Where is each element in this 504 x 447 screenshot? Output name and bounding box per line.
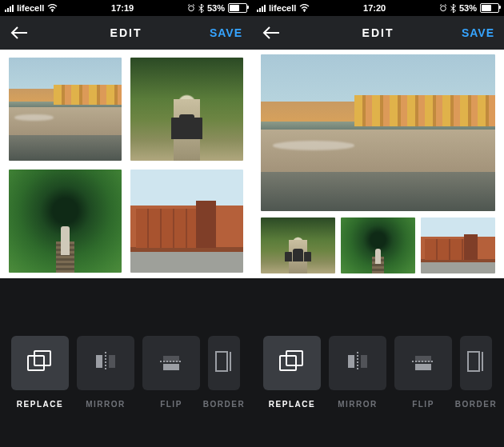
svg-rect-3 xyxy=(34,351,50,365)
layout-hero[interactable] xyxy=(261,54,495,211)
grid-cell-bottom-left[interactable] xyxy=(9,170,122,273)
tool-label: MIRROR xyxy=(86,400,126,409)
tool-replace[interactable]: REPLACE xyxy=(11,315,69,411)
flip-icon xyxy=(410,351,436,375)
grid-cell-bottom-right[interactable] xyxy=(130,170,243,273)
carrier-label: lifecell xyxy=(269,3,296,13)
tool-strip[interactable]: REPLACE MIRROR FLIP xyxy=(252,278,504,447)
tool-mirror[interactable]: MIRROR xyxy=(77,315,134,411)
wifi-icon xyxy=(47,4,58,12)
phone-screen-left: lifecell 17:19 53% EDIT xyxy=(0,0,252,447)
alarm-icon xyxy=(187,4,195,12)
tool-flip[interactable]: FLIP xyxy=(142,315,200,411)
battery-icon xyxy=(228,3,247,13)
bluetooth-icon xyxy=(198,4,204,13)
tool-label: REPLACE xyxy=(17,400,63,409)
svg-rect-12 xyxy=(286,351,302,365)
phone-screen-right: lifecell 17:20 53% EDIT xyxy=(252,0,504,447)
svg-rect-8 xyxy=(216,352,227,371)
tool-border[interactable]: BORDER xyxy=(208,315,240,411)
nav-bar: EDIT SAVE xyxy=(0,16,252,50)
svg-point-10 xyxy=(441,6,446,11)
tool-border[interactable]: BORDER xyxy=(460,315,492,411)
carrier-label: lifecell xyxy=(17,3,44,13)
battery-pct-label: 53% xyxy=(207,3,225,13)
battery-pct-label: 53% xyxy=(459,3,477,13)
tool-tray: REPLACE MIRROR FLIP xyxy=(0,278,252,447)
tool-tray: REPLACE MIRROR FLIP xyxy=(252,278,504,447)
tool-mirror[interactable]: MIRROR xyxy=(329,315,386,411)
back-button[interactable] xyxy=(0,16,38,50)
svg-rect-13 xyxy=(348,355,354,368)
svg-rect-11 xyxy=(280,356,296,370)
svg-rect-4 xyxy=(96,355,102,368)
save-button[interactable]: SAVE xyxy=(462,26,494,39)
alarm-icon xyxy=(439,4,447,12)
border-icon xyxy=(214,350,234,376)
battery-icon xyxy=(480,3,499,13)
svg-rect-7 xyxy=(163,364,179,370)
svg-rect-2 xyxy=(28,356,44,370)
layout-thumb-1[interactable] xyxy=(261,218,335,273)
clock-label: 17:19 xyxy=(58,3,187,13)
svg-point-0 xyxy=(52,10,54,12)
save-button[interactable]: SAVE xyxy=(210,26,242,39)
grid-cell-top-right[interactable] xyxy=(130,58,243,161)
status-bar: lifecell 17:20 53% xyxy=(252,0,504,16)
tool-strip[interactable]: REPLACE MIRROR FLIP xyxy=(0,278,252,447)
svg-point-9 xyxy=(304,10,306,12)
svg-rect-14 xyxy=(361,355,367,368)
back-button[interactable] xyxy=(252,16,290,50)
grid-cell-top-left[interactable] xyxy=(9,58,122,161)
bluetooth-icon xyxy=(450,4,456,13)
tool-label: FLIP xyxy=(160,400,182,409)
svg-rect-5 xyxy=(109,355,115,368)
photo-layout xyxy=(252,50,504,278)
wifi-icon xyxy=(299,4,310,12)
svg-rect-17 xyxy=(468,352,479,371)
tool-label: REPLACE xyxy=(269,400,315,409)
svg-rect-16 xyxy=(415,364,431,370)
border-icon xyxy=(466,350,486,376)
svg-point-1 xyxy=(189,6,194,11)
tool-label: BORDER xyxy=(455,400,497,409)
replace-icon xyxy=(278,349,306,377)
tool-flip[interactable]: FLIP xyxy=(394,315,452,411)
clock-label: 17:20 xyxy=(310,3,439,13)
signal-icon xyxy=(5,5,14,12)
tool-label: FLIP xyxy=(412,400,434,409)
signal-icon xyxy=(257,5,266,12)
mirror-icon xyxy=(94,350,118,376)
replace-icon xyxy=(26,349,54,377)
flip-icon xyxy=(158,351,184,375)
mirror-icon xyxy=(346,350,370,376)
nav-bar: EDIT SAVE xyxy=(252,16,504,50)
tool-label: MIRROR xyxy=(338,400,378,409)
layout-thumb-3[interactable] xyxy=(421,218,495,273)
layout-thumb-2[interactable] xyxy=(341,218,415,273)
tool-label: BORDER xyxy=(203,400,245,409)
photo-grid xyxy=(0,50,252,278)
tool-replace[interactable]: REPLACE xyxy=(263,315,321,411)
status-bar: lifecell 17:19 53% xyxy=(0,0,252,16)
